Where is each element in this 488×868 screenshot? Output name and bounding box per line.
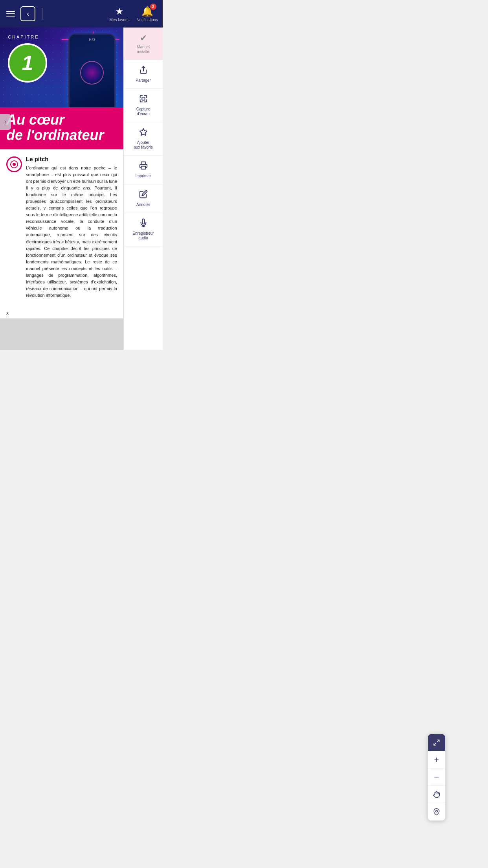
star-icon: ★ — [115, 6, 124, 17]
favorites-nav-item[interactable]: ★ Mes favoris — [109, 6, 129, 22]
header-divider — [42, 8, 42, 20]
sidebar-item-capture[interactable]: Captured'écran — [124, 89, 163, 122]
star-outline-icon — [139, 128, 148, 139]
microphone-icon — [139, 219, 148, 230]
header: ‹ ★ Mes favoris 🔔 2 Notifications — [0, 0, 163, 28]
share-icon — [139, 66, 148, 77]
bottom-grey-area — [0, 318, 123, 350]
check-circle-icon: ✔ — [140, 33, 147, 43]
sidebar-label-manuel: Manuelinstallé — [137, 45, 150, 54]
chapter-number: 1 — [8, 43, 47, 83]
sidebar-item-favoris[interactable]: Ajouteraux favoris — [124, 122, 163, 156]
back-button[interactable]: ‹ — [20, 6, 35, 21]
header-right: ★ Mes favoris 🔔 2 Notifications — [109, 6, 158, 22]
pencil-icon — [139, 190, 148, 201]
sidebar-label-imprimer: Imprimer — [136, 174, 151, 178]
sidebar-label-capture: Captured'écran — [136, 107, 150, 116]
sidebar-label-favoris: Ajouteraux favoris — [134, 140, 152, 150]
pitch-text: L'ordinateur qui est dans notre poche – … — [26, 165, 117, 299]
phone-screen: 9:43 — [70, 35, 114, 111]
notifications-label: Notifications — [137, 18, 158, 22]
phone-time: 9:43 — [70, 38, 114, 41]
sidebar: ✔ Manuelinstallé Partager — [123, 28, 163, 350]
bell-icon: 🔔 2 — [141, 6, 153, 17]
favorites-label: Mes favoris — [109, 18, 129, 22]
page-content: Le pitch L'ordinateur qui est dans notre… — [0, 149, 123, 309]
main-layout: CHAPITRE 1 9:43 — [0, 28, 163, 350]
pitch-icon-dot — [13, 163, 16, 166]
pitch-content: Le pitch L'ordinateur qui est dans notre… — [26, 156, 117, 299]
sidebar-item-partager[interactable]: Partager — [124, 60, 163, 89]
print-icon — [139, 161, 148, 172]
chapter-title: Au cœur de l'ordinateur — [6, 112, 117, 143]
book-page: CHAPITRE 1 9:43 — [0, 28, 123, 318]
chapter-cover: CHAPITRE 1 9:43 — [0, 28, 123, 149]
pitch-title: Le pitch — [26, 156, 117, 162]
phone-mockup: 9:43 — [68, 33, 116, 112]
screenshot-icon — [139, 94, 148, 105]
sidebar-item-audio[interactable]: Enregistreuraudio — [124, 213, 163, 246]
sidebar-item-imprimer[interactable]: Imprimer — [124, 156, 163, 184]
pitch-icon-inner — [10, 160, 18, 168]
svg-rect-3 — [141, 166, 145, 169]
notifications-nav-item[interactable]: 🔔 2 Notifications — [137, 6, 158, 22]
chapitre-label: CHAPITRE — [8, 35, 39, 39]
sidebar-item-annoter[interactable]: Annoter — [124, 184, 163, 213]
sidebar-label-partager: Partager — [136, 78, 150, 83]
pitch-section: Le pitch L'ordinateur qui est dans notre… — [6, 156, 117, 299]
header-left: ‹ — [5, 6, 42, 21]
content-area: CHAPITRE 1 9:43 — [0, 28, 123, 350]
page-number: 8 — [0, 309, 123, 318]
sidebar-item-manuel[interactable]: ✔ Manuelinstallé — [124, 28, 163, 60]
pitch-icon — [6, 156, 22, 172]
radar-graphic — [80, 61, 104, 85]
title-band: Au cœur de l'ordinateur — [0, 107, 123, 149]
svg-marker-2 — [139, 129, 147, 135]
svg-rect-1 — [142, 97, 145, 100]
sidebar-label-audio: Enregistreuraudio — [132, 231, 154, 241]
chapter-title-line2: de l'ordinateur — [6, 127, 104, 143]
notifications-badge: 2 — [150, 4, 156, 10]
chapter-title-line1: Au cœur — [6, 112, 64, 128]
sidebar-label-annoter: Annoter — [136, 202, 150, 207]
prev-page-button[interactable]: ‹ — [0, 114, 11, 130]
menu-button[interactable] — [5, 9, 17, 18]
